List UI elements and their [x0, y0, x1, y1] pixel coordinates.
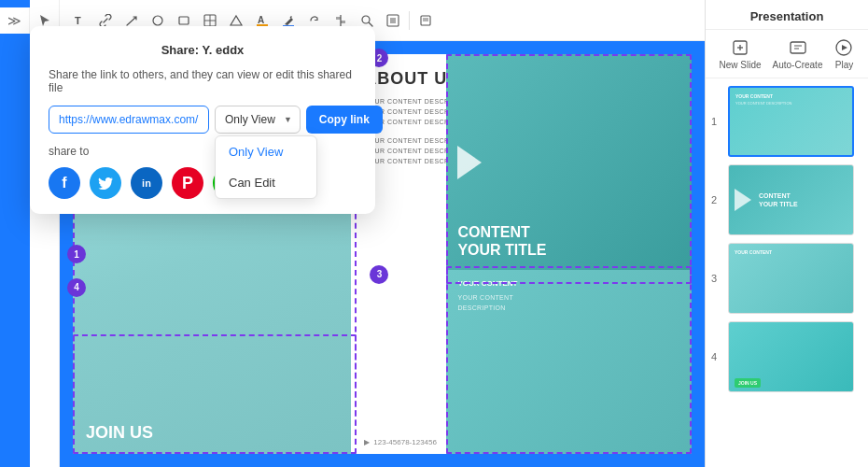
new-slide-icon: [730, 37, 750, 58]
share-facebook-btn[interactable]: f: [49, 167, 80, 199]
collapse-icon: ≫: [7, 13, 21, 28]
share-view-select[interactable]: Only View ▼: [215, 106, 301, 134]
svg-rect-22: [336, 17, 341, 20]
section-2-arrow: [457, 146, 482, 179]
svg-text:A: A: [258, 15, 264, 25]
export-btn[interactable]: [413, 8, 438, 33]
slide-item-1[interactable]: 1 YOUR CONTENT YOUR CONTENT DESCRIPTION: [711, 86, 862, 157]
share-link-row: Only View ▼ Only View Can Edit Copy link: [49, 106, 357, 134]
share-description: Share the link to others, and they can v…: [49, 68, 357, 94]
svg-text:T: T: [75, 15, 81, 26]
share-view-mode: Only View: [225, 113, 275, 126]
new-slide-btn[interactable]: New Slide: [720, 37, 762, 70]
slide-thumb-3[interactable]: YOUR CONTENT: [728, 243, 854, 314]
slides-panel-header: Presentation: [706, 0, 868, 30]
share-view-arrow-icon: ▼: [284, 115, 292, 124]
slides-panel-title: Presentation: [750, 9, 824, 23]
svg-rect-23: [341, 21, 345, 23]
share-pinterest-btn[interactable]: P: [172, 167, 203, 199]
slide-section-2: CONTENT YOUR TITLE YOUR CONTENT YOUR CON…: [446, 54, 692, 454]
slide-thumb-2[interactable]: CONTENT YOUR TITLE: [728, 164, 854, 235]
new-slide-label: New Slide: [720, 60, 762, 70]
slide-item-4[interactable]: 4 JOIN US: [711, 321, 862, 392]
slides-panel: Presentation New Slide Auto-Create Play …: [705, 0, 868, 467]
section-2-top: CONTENT YOUR TITLE: [446, 54, 692, 270]
share-link-input[interactable]: [49, 106, 209, 134]
slide-thumb-1[interactable]: YOUR CONTENT YOUR CONTENT DESCRIPTION: [728, 86, 854, 157]
slide-join-us: JOIN US: [86, 423, 153, 443]
slides-list: 1 YOUR CONTENT YOUR CONTENT DESCRIPTION …: [706, 78, 868, 461]
svg-marker-18: [231, 16, 242, 25]
share-linkedin-btn[interactable]: in: [131, 167, 162, 199]
auto-create-label: Auto-Create: [773, 60, 823, 70]
section-2-title-1: CONTENT: [457, 223, 529, 241]
slide-thumb-4-label: JOIN US: [735, 378, 761, 388]
svg-rect-36: [791, 42, 805, 53]
share-view-wrapper: Only View ▼ Only View Can Edit: [215, 106, 301, 134]
facebook-icon: f: [62, 175, 66, 191]
slides-panel-toolbar: New Slide Auto-Create Play: [706, 30, 868, 78]
slide-item-3[interactable]: 3 YOUR CONTENT: [711, 243, 862, 314]
phone-icon: ▶: [364, 438, 370, 446]
phone-number: 123-45678-123456: [373, 438, 437, 446]
share-dialog-title: Share: Y. eddx: [49, 43, 357, 57]
slide-number-2: 2: [711, 194, 722, 205]
badge-4: 4: [67, 278, 86, 297]
section-2-bottom-desc: YOUR CONTENTDESCRIPTION: [457, 293, 680, 313]
view-dropdown: Only View Can Edit: [215, 135, 317, 199]
share-twitter-btn[interactable]: [90, 167, 121, 199]
slide-phone: ▶ 123-45678-123456: [364, 438, 437, 446]
slide-item-2[interactable]: 2 CONTENT YOUR TITLE: [711, 164, 862, 235]
svg-line-25: [370, 22, 373, 26]
section-2-bottom: YOUR CONTENT YOUR CONTENTDESCRIPTION: [446, 270, 692, 454]
auto-create-icon: [788, 37, 808, 58]
slide-thumb-4[interactable]: JOIN US: [728, 321, 854, 392]
toolbar-divider: [409, 11, 410, 30]
badge-4-label: 4: [74, 282, 79, 292]
share-dialog: Share: Y. eddx Share the link to others,…: [30, 26, 375, 214]
svg-point-13: [153, 16, 162, 25]
badge-2-label: 2: [377, 53, 383, 64]
svg-marker-40: [842, 45, 847, 50]
slide-number-4: 4: [711, 351, 722, 362]
slide-number-1: 1: [711, 116, 722, 127]
copy-link-button[interactable]: Copy link: [306, 106, 383, 134]
slide-number-3: 3: [711, 273, 722, 284]
collapse-button[interactable]: ≫: [0, 7, 30, 34]
badge-3-label: 3: [377, 269, 383, 279]
linkedin-icon: in: [142, 177, 151, 189]
auto-create-btn[interactable]: Auto-Create: [773, 37, 823, 70]
play-btn[interactable]: Play: [833, 37, 854, 70]
badge-1: 1: [67, 245, 86, 263]
section-2-title-2: YOUR TITLE: [457, 241, 546, 259]
svg-rect-14: [179, 17, 189, 24]
more-tool-btn[interactable]: [381, 8, 405, 33]
section-2-bottom-content: YOUR CONTENT: [457, 279, 680, 288]
play-icon: [833, 37, 854, 58]
view-dropdown-only-view[interactable]: Only View: [216, 136, 316, 167]
pinterest-icon: P: [182, 174, 193, 193]
play-label: Play: [835, 60, 853, 70]
view-dropdown-can-edit[interactable]: Can Edit: [216, 167, 316, 198]
badge-1-label: 1: [74, 249, 79, 260]
svg-point-24: [362, 16, 370, 23]
